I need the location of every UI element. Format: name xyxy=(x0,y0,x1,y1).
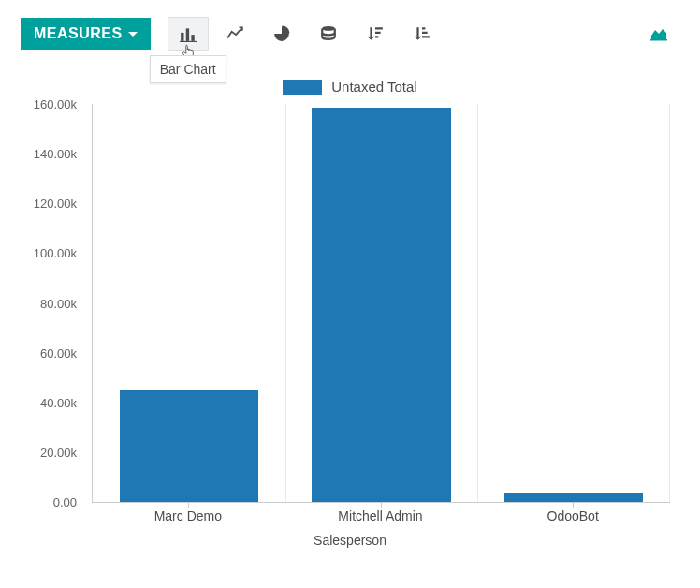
line-chart-icon xyxy=(226,25,243,42)
y-tick-label: 60.00k xyxy=(21,345,77,360)
measures-label: MEASURES xyxy=(34,25,123,42)
bar[interactable] xyxy=(120,390,258,502)
x-tick xyxy=(573,503,574,508)
grid-line xyxy=(477,104,478,502)
x-axis-title: Salesperson xyxy=(314,533,386,548)
tooltip-text: Bar Chart xyxy=(160,62,216,77)
y-tick-label: 100.00k xyxy=(21,246,77,260)
area-chart-button[interactable] xyxy=(638,17,679,51)
y-tick-label: 20.00k xyxy=(21,445,77,459)
y-tick-label: 0.00 xyxy=(21,495,77,509)
svg-rect-11 xyxy=(650,39,667,41)
database-icon xyxy=(320,25,337,42)
bar-chart-tooltip: Bar Chart xyxy=(150,55,226,83)
bar-chart-icon xyxy=(180,25,197,42)
x-tick xyxy=(381,503,382,508)
x-tick-label: OdooBot xyxy=(547,508,599,523)
svg-rect-3 xyxy=(180,41,197,42)
svg-rect-5 xyxy=(375,27,383,29)
sort-asc-icon xyxy=(414,25,430,42)
chart-toolbar: MEASURES Bar Chart xyxy=(0,0,700,51)
chart-area: Salesperson 0.0020.00k40.00k60.00k80.00k… xyxy=(21,104,679,553)
y-tick-label: 80.00k xyxy=(21,296,77,310)
x-tick-label: Mitchell Admin xyxy=(338,508,422,523)
svg-rect-0 xyxy=(181,33,183,41)
legend-label: Untaxed Total xyxy=(331,79,416,95)
bar-chart-button[interactable]: Bar Chart xyxy=(168,17,209,51)
grid-line xyxy=(669,104,670,502)
y-tick-label: 120.00k xyxy=(21,197,77,211)
sort-desc-button[interactable] xyxy=(355,17,396,51)
plot-region xyxy=(92,104,670,503)
legend-swatch xyxy=(283,80,322,95)
svg-rect-9 xyxy=(422,32,428,34)
x-tick-label: Marc Demo xyxy=(154,508,222,523)
svg-rect-6 xyxy=(375,32,381,34)
line-chart-button[interactable] xyxy=(214,17,255,51)
svg-rect-2 xyxy=(191,35,194,41)
pie-chart-icon xyxy=(273,25,290,42)
area-chart-icon xyxy=(650,25,667,42)
svg-rect-1 xyxy=(185,28,188,41)
svg-rect-8 xyxy=(422,27,425,29)
y-tick-label: 140.00k xyxy=(21,147,77,161)
chart-legend: Untaxed Total xyxy=(0,79,700,95)
x-tick xyxy=(188,503,189,508)
bar[interactable] xyxy=(312,108,450,502)
sort-desc-icon xyxy=(367,25,384,42)
y-tick-label: 40.00k xyxy=(21,395,77,409)
measures-button[interactable]: MEASURES xyxy=(21,18,151,50)
svg-point-4 xyxy=(322,26,335,31)
grid-line xyxy=(285,104,286,502)
y-tick-label: 160.00k xyxy=(21,97,77,111)
svg-rect-10 xyxy=(422,36,430,37)
sort-asc-button[interactable] xyxy=(401,17,443,51)
pie-chart-button[interactable] xyxy=(261,17,302,51)
bar[interactable] xyxy=(504,493,643,502)
stacked-button[interactable] xyxy=(308,17,349,51)
caret-down-icon xyxy=(128,32,138,37)
svg-rect-7 xyxy=(375,36,378,37)
